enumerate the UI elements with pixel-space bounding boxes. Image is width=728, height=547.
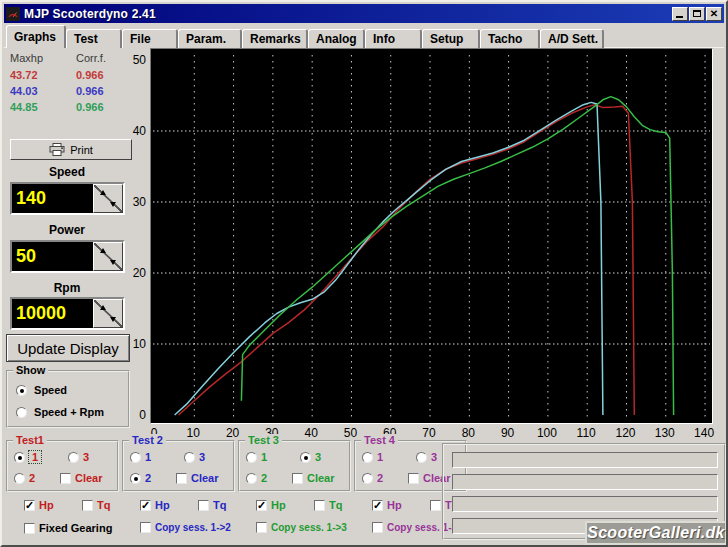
copy-sess-1-2-checkbox[interactable]: Copy sess. 1->2 <box>140 522 231 533</box>
power-field[interactable]: 50 <box>10 240 125 273</box>
checkbox-icon[interactable] <box>60 473 71 484</box>
checkbox-icon[interactable] <box>140 522 151 533</box>
speed-stepper[interactable] <box>93 184 123 213</box>
rpm-down-icon[interactable] <box>110 317 116 322</box>
checkbox-icon[interactable] <box>82 500 93 511</box>
close-button[interactable]: ✕ <box>706 7 722 21</box>
test2-clear-checkbox[interactable]: Clear <box>176 472 219 484</box>
checkbox-icon[interactable] <box>24 523 35 534</box>
radio-icon[interactable] <box>362 452 373 463</box>
test3-tq-checkbox[interactable]: Tq <box>314 499 342 511</box>
rpm-value[interactable]: 10000 <box>12 299 93 328</box>
checkbox-icon[interactable] <box>430 500 441 511</box>
radio-icon[interactable] <box>68 452 79 463</box>
tab-setup[interactable]: Setup <box>422 29 480 48</box>
test1-hp-checkbox[interactable]: Hp <box>24 499 54 511</box>
rpm-field[interactable]: 10000 <box>10 297 125 330</box>
rpm-stepper[interactable] <box>93 299 123 328</box>
speed-up-icon[interactable] <box>100 190 106 195</box>
session-field-1[interactable] <box>452 452 718 468</box>
radio-icon[interactable] <box>130 452 141 463</box>
tab-graphs[interactable]: Graphs <box>6 25 66 48</box>
power-value[interactable]: 50 <box>12 242 93 271</box>
radio-icon[interactable] <box>416 452 427 463</box>
radio-icon[interactable] <box>14 452 25 463</box>
session-field-2[interactable] <box>452 474 718 490</box>
test4-radio-2[interactable]: 2 <box>362 472 383 484</box>
fixed-gearing-checkbox[interactable]: Fixed Gearing <box>24 522 112 534</box>
test1-radio-1[interactable]: 1 <box>14 451 41 463</box>
radio-icon[interactable] <box>184 452 195 463</box>
test3-hp-checkbox[interactable]: Hp <box>256 499 286 511</box>
rpm-up-icon[interactable] <box>100 305 106 310</box>
test2-radio-1[interactable]: 1 <box>130 451 151 463</box>
radio-icon[interactable] <box>130 473 141 484</box>
checkbox-icon[interactable] <box>24 500 35 511</box>
copy-sess-1-3-checkbox[interactable]: Copy sess. 1->3 <box>256 522 347 533</box>
radio-icon[interactable] <box>300 452 311 463</box>
test2-hp-checkbox[interactable]: Hp <box>140 499 170 511</box>
test4-radio-1[interactable]: 1 <box>362 451 383 463</box>
test3-group-title: Test 3 <box>245 434 282 446</box>
test3-radio-3[interactable]: 3 <box>300 451 321 463</box>
speed-value[interactable]: 140 <box>12 184 93 213</box>
checkbox-icon[interactable] <box>140 500 151 511</box>
title-bar[interactable]: MJP Scooterdyno 2.41 ✕ <box>4 4 724 23</box>
checkbox-icon[interactable] <box>198 500 209 511</box>
x-tick-label: 90 <box>501 426 514 440</box>
checkbox-icon[interactable] <box>314 500 325 511</box>
checkbox-icon[interactable] <box>176 473 187 484</box>
test1-radio-3[interactable]: 3 <box>68 451 89 463</box>
radio-show-speed-rpm[interactable]: Speed + Rpm <box>16 406 104 418</box>
speed-down-icon[interactable] <box>110 202 116 207</box>
checkbox-icon[interactable] <box>256 522 267 533</box>
speed-field[interactable]: 140 <box>10 182 125 215</box>
fixed-gearing-label: Fixed Gearing <box>39 522 112 534</box>
test3-radio-2[interactable]: 2 <box>246 472 267 484</box>
test1-clear-checkbox[interactable]: Clear <box>60 472 103 484</box>
power-label: Power <box>10 223 124 237</box>
radio-icon[interactable] <box>246 473 257 484</box>
radio-icon[interactable] <box>16 385 27 396</box>
session-field-3[interactable] <box>452 496 718 512</box>
checkbox-icon[interactable] <box>372 522 383 533</box>
test3-radio-1-label: 1 <box>261 451 267 463</box>
tab-param[interactable]: Param. <box>178 29 242 48</box>
tab-tacho[interactable]: Tacho <box>480 29 540 48</box>
minimize-button[interactable] <box>672 7 688 21</box>
test2-tq-checkbox[interactable]: Tq <box>198 499 226 511</box>
test4-radio-3[interactable]: 3 <box>416 451 437 463</box>
power-stepper[interactable] <box>93 242 123 271</box>
tab-ad-sett[interactable]: A/D Sett. <box>540 29 604 48</box>
update-display-button[interactable]: Update Display <box>6 334 130 362</box>
radio-show-speed[interactable]: Speed <box>16 384 67 396</box>
tab-remarks[interactable]: Remarks <box>242 29 308 48</box>
checkbox-icon[interactable] <box>372 500 383 511</box>
power-up-icon[interactable] <box>100 248 106 253</box>
test2-radio-3[interactable]: 3 <box>184 451 205 463</box>
test1-tq-checkbox[interactable]: Tq <box>82 499 110 511</box>
maximize-button[interactable] <box>689 7 705 21</box>
tab-file[interactable]: File <box>122 29 178 48</box>
radio-icon[interactable] <box>246 452 257 463</box>
radio-icon[interactable] <box>362 473 373 484</box>
radio-icon[interactable] <box>14 473 25 484</box>
power-down-icon[interactable] <box>110 260 116 265</box>
tab-test[interactable]: Test <box>66 29 122 48</box>
checkbox-icon[interactable] <box>408 473 419 484</box>
tab-analog[interactable]: Analog <box>308 29 365 48</box>
test4-hp-checkbox[interactable]: Hp <box>372 499 402 511</box>
tab-info[interactable]: Info <box>365 29 422 48</box>
test3-hp-label: Hp <box>271 499 286 511</box>
test2-radio-2[interactable]: 2 <box>130 472 151 484</box>
checkbox-icon[interactable] <box>292 473 303 484</box>
curve-test-1-hp <box>179 105 635 415</box>
checkbox-icon[interactable] <box>256 500 267 511</box>
test3-radio-1[interactable]: 1 <box>246 451 267 463</box>
test3-clear-checkbox[interactable]: Clear <box>292 472 335 484</box>
tab-bar: Graphs Test File Param. Remarks Analog I… <box>6 25 604 48</box>
print-button[interactable]: Print <box>10 139 132 160</box>
radio-icon[interactable] <box>16 407 27 418</box>
test1-radio-2[interactable]: 2 <box>14 472 35 484</box>
y-tick-label: 20 <box>120 266 146 280</box>
